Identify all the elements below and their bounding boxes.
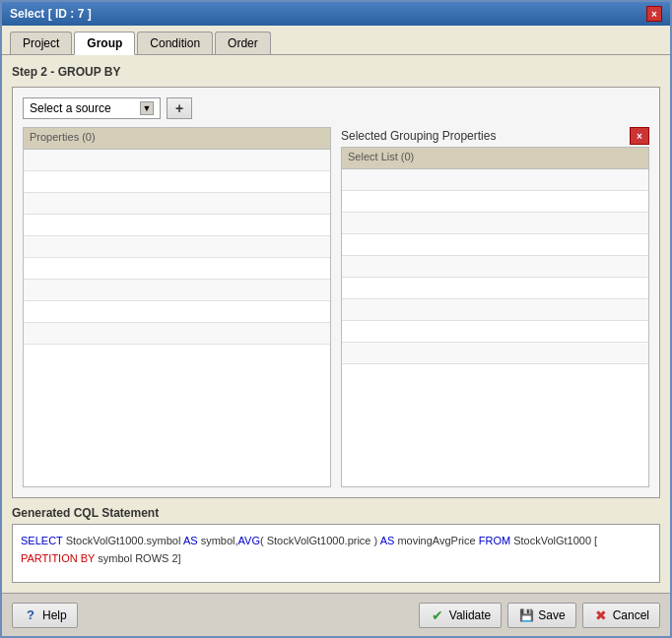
dropdown-arrow-icon: ▼ bbox=[140, 101, 154, 115]
source-row: Select a source ▼ + bbox=[23, 97, 649, 119]
list-item bbox=[342, 234, 648, 256]
list-item bbox=[24, 236, 330, 258]
select-list: Select List (0) bbox=[341, 147, 649, 487]
list-item bbox=[24, 323, 330, 345]
list-item bbox=[24, 150, 330, 171]
validate-icon: ✔ bbox=[430, 607, 445, 623]
cql-avg-args: ( StockVolGt1000.price ) bbox=[260, 535, 380, 546]
footer-left: ? Help bbox=[12, 603, 78, 628]
cancel-icon: ✖ bbox=[593, 607, 609, 623]
cql-partition-keyword: PARTITION BY bbox=[21, 552, 95, 564]
cql-symbol-text: StockVolGt1000.symbol bbox=[63, 535, 183, 546]
right-panel-title: Selected Grouping Properties bbox=[341, 129, 496, 143]
two-col-layout: Properties (0) Select bbox=[23, 127, 649, 487]
source-dropdown[interactable]: Select a source ▼ bbox=[23, 97, 161, 119]
tab-order[interactable]: Order bbox=[215, 32, 271, 54]
list-item bbox=[342, 299, 648, 321]
remove-button[interactable]: × bbox=[630, 127, 649, 145]
cql-avg-alias: movingAvgPrice bbox=[394, 535, 478, 546]
tab-project[interactable]: Project bbox=[10, 32, 72, 54]
save-icon: 💾 bbox=[518, 607, 534, 623]
add-button[interactable]: + bbox=[167, 97, 192, 119]
properties-list: Properties (0) bbox=[23, 127, 331, 487]
cancel-label: Cancel bbox=[613, 608, 649, 622]
cql-from-table: StockVolGt1000 [ bbox=[510, 535, 597, 546]
main-window: Select [ ID : 7 ] × Project Group Condit… bbox=[0, 0, 672, 638]
cql-avg-keyword: AVG bbox=[238, 535, 260, 546]
list-item bbox=[24, 193, 330, 215]
footer-right: ✔ Validate 💾 Save ✖ Cancel bbox=[419, 603, 660, 628]
left-panel: Properties (0) bbox=[23, 127, 331, 487]
list-item bbox=[24, 258, 330, 280]
list-item bbox=[342, 191, 648, 213]
list-item bbox=[24, 171, 330, 193]
right-panel-title-row: Selected Grouping Properties × bbox=[341, 127, 649, 145]
validate-label: Validate bbox=[449, 608, 491, 622]
save-label: Save bbox=[538, 608, 565, 622]
list-item bbox=[342, 213, 648, 234]
footer: ? Help ✔ Validate 💾 Save ✖ Cancel bbox=[2, 593, 670, 636]
validate-button[interactable]: ✔ Validate bbox=[419, 603, 502, 628]
cql-symbol-alias: symbol, bbox=[198, 535, 238, 546]
list-item bbox=[342, 278, 648, 299]
list-item bbox=[342, 256, 648, 278]
cql-section: Generated CQL Statement SELECT StockVolG… bbox=[12, 506, 660, 583]
save-button[interactable]: 💾 Save bbox=[507, 603, 575, 628]
list-item bbox=[342, 321, 648, 343]
title-bar: Select [ ID : 7 ] × bbox=[2, 2, 670, 26]
help-label: Help bbox=[42, 608, 67, 622]
cancel-button[interactable]: ✖ Cancel bbox=[582, 603, 660, 628]
cql-partition-args: symbol ROWS 2] bbox=[95, 552, 180, 564]
window-title: Select [ ID : 7 ] bbox=[10, 7, 92, 21]
list-item bbox=[342, 343, 648, 364]
content-area: Step 2 - GROUP BY Select a source ▼ + Pr… bbox=[2, 55, 670, 593]
cql-statement: SELECT StockVolGt1000.symbol AS symbol,A… bbox=[12, 524, 660, 583]
list-item bbox=[24, 215, 330, 236]
list-item bbox=[24, 280, 330, 301]
right-panel: Selected Grouping Properties × Select Li… bbox=[341, 127, 649, 487]
window-close-button[interactable]: × bbox=[646, 6, 662, 22]
main-panel: Select a source ▼ + Properties (0) bbox=[12, 87, 660, 498]
step-label: Step 2 - GROUP BY bbox=[12, 65, 660, 79]
properties-header: Properties (0) bbox=[24, 128, 330, 150]
help-button[interactable]: ? Help bbox=[12, 603, 78, 628]
select-list-header: Select List (0) bbox=[342, 148, 648, 169]
cql-as1-keyword: AS bbox=[183, 535, 198, 546]
help-icon: ? bbox=[23, 607, 38, 623]
tab-bar: Project Group Condition Order bbox=[2, 26, 670, 55]
list-item bbox=[24, 301, 330, 323]
tab-group[interactable]: Group bbox=[74, 32, 135, 55]
cql-select-keyword: SELECT bbox=[21, 535, 63, 546]
cql-as2-keyword: AS bbox=[380, 535, 395, 546]
list-item bbox=[342, 169, 648, 191]
source-dropdown-text: Select a source bbox=[30, 101, 111, 115]
tab-condition[interactable]: Condition bbox=[137, 32, 213, 54]
cql-from-keyword: FROM bbox=[479, 535, 510, 546]
cql-label: Generated CQL Statement bbox=[12, 506, 660, 520]
